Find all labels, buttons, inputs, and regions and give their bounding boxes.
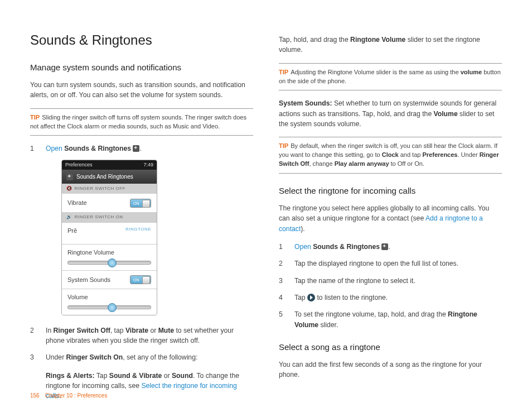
step-item: Tap to listen to the ringtone. xyxy=(279,293,502,303)
step-item: Tap the name of the ringtone to select i… xyxy=(279,276,502,286)
settings-icon xyxy=(66,174,73,180)
tip-label: TIP xyxy=(30,114,40,121)
phone-section-off: 🔇RINGER SWITCH OFF xyxy=(62,184,157,194)
settings-icon xyxy=(133,145,139,152)
open-link[interactable]: Open xyxy=(294,243,311,251)
phone-section-on: 🔊RINGER SWITCH ON xyxy=(62,212,157,222)
paragraph: You can add the first few seconds of a s… xyxy=(279,360,502,380)
phone-row-system-sounds: System Sounds ON xyxy=(62,270,157,289)
toggle-on: ON xyxy=(130,275,151,284)
page-number: 156 xyxy=(30,392,40,399)
phone-row-vibrate: Vibrate ON xyxy=(62,194,157,212)
steps-list-select: Open Sounds & Ringtones . Tap the displa… xyxy=(279,242,502,330)
tip-box: TIPAdjusting the Ringtone Volume slider … xyxy=(279,63,502,91)
tip-label: TIP xyxy=(279,142,288,149)
step-bold: Sounds & Ringtones xyxy=(64,145,131,152)
phone-statusbar: Preferences 7:49 xyxy=(62,160,157,170)
steps-list-manage: Open Sounds & Ringtones . Preferences 7:… xyxy=(30,143,253,362)
step-item: Tap the displayed ringtone to open the f… xyxy=(279,258,502,269)
tip-text: Sliding the ringer switch off turns off … xyxy=(30,114,246,130)
section-heading-select-song: Select a song as a ringtone xyxy=(279,342,502,352)
step-item: Open Sounds & Ringtones . Preferences 7:… xyxy=(30,143,253,315)
settings-icon xyxy=(381,243,388,250)
phone-row-ringtone-volume: Ringtone Volume xyxy=(62,244,157,270)
toggle-on: ON xyxy=(130,199,151,208)
section-heading-manage: Manage system sounds and notifications xyxy=(30,63,253,72)
intro-paragraph: You can turn system sounds, such as tran… xyxy=(30,80,253,100)
section-heading-select-ringtone: Select the ringtone for incoming calls xyxy=(279,186,502,195)
phone-row-pre: PrēRINGTONE xyxy=(62,222,157,245)
open-link[interactable]: Open xyxy=(46,145,62,152)
system-sounds-block: System Sounds: Set whether to turn on sy… xyxy=(279,98,502,129)
ringtone-volume-block: Tap, hold, and drag the Ringtone Volume … xyxy=(279,35,502,55)
tip-label: TIP xyxy=(279,69,288,75)
step-item: To set the ringtone volume, tap, hold, a… xyxy=(279,309,502,330)
phone-row-volume: Volume xyxy=(62,289,157,315)
play-icon xyxy=(307,294,315,301)
tip-box: TIPSliding the ringer switch off turns o… xyxy=(30,108,253,136)
phone-titlebar: Sounds And Ringtones xyxy=(62,170,157,184)
step-item: Open Sounds & Ringtones . xyxy=(279,242,502,252)
page-title: Sounds & Ringtones xyxy=(30,32,253,48)
step-item: In Ringer Switch Off, tap Vibrate or Mut… xyxy=(30,325,253,346)
left-column: Sounds & Ringtones Manage system sounds … xyxy=(30,32,253,408)
breadcrumb: Chapter 10 : Preferences xyxy=(45,392,108,399)
phone-screenshot: Preferences 7:49 Sounds And Ringtones 🔇R… xyxy=(61,160,157,315)
tip-box: TIPBy default, when the ringer switch is… xyxy=(279,137,502,174)
right-column: Tap, hold, and drag the Ringtone Volume … xyxy=(279,32,502,408)
paragraph: The ringtone you select here applies glo… xyxy=(279,203,502,234)
step-item: Under Ringer Switch On, set any of the f… xyxy=(30,352,253,362)
page-footer: 156Chapter 10 : Preferences xyxy=(30,392,107,399)
